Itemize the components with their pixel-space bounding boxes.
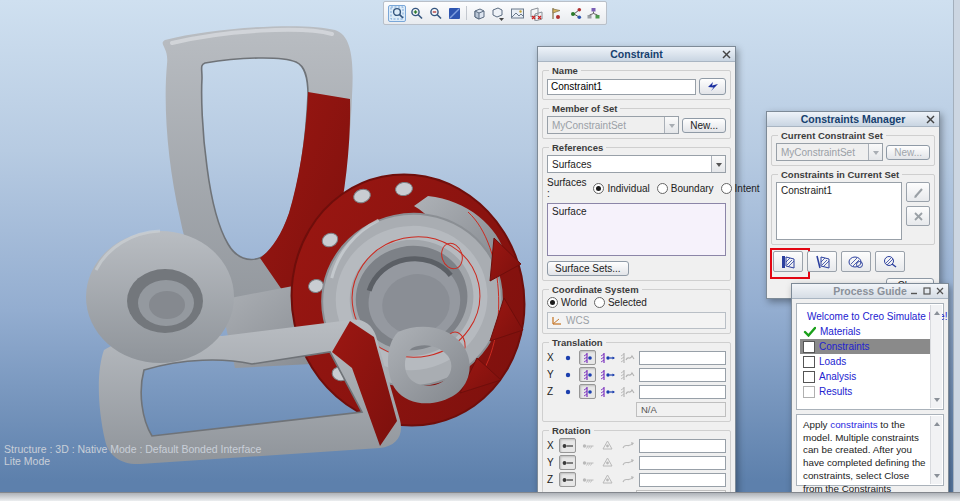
boundary-radio[interactable]: [657, 183, 668, 194]
step-label[interactable]: Materials: [820, 326, 861, 337]
translation-x-fixed-icon[interactable]: [579, 350, 596, 365]
step-label[interactable]: Results: [819, 386, 852, 397]
zoom-in-icon[interactable]: [407, 5, 425, 22]
process-steps-list[interactable]: Welcome to Creo Simulate Lite! Materials…: [796, 303, 944, 410]
rotation-y-fixed-icon[interactable]: [579, 455, 596, 470]
rotation-z-value-input[interactable]: [639, 473, 726, 487]
scrollbar[interactable]: [930, 416, 942, 484]
close-icon[interactable]: [924, 113, 937, 125]
rotation-y-value-input[interactable]: [639, 456, 726, 470]
close-icon[interactable]: [934, 285, 946, 296]
rotation-z-function-icon[interactable]: [619, 472, 636, 487]
translation-y-fixed-icon[interactable]: [579, 367, 596, 382]
translation-z-function-icon[interactable]: [619, 384, 636, 399]
rotation-x-free-icon[interactable]: [559, 438, 576, 453]
step-analysis[interactable]: Analysis: [803, 369, 929, 384]
translation-y-function-icon[interactable]: [619, 367, 636, 382]
rotation-x-function-icon[interactable]: [619, 438, 636, 453]
boundary-label[interactable]: Boundary: [671, 183, 714, 194]
rotation-z-fixed-icon[interactable]: [579, 472, 596, 487]
simulation-display-icon[interactable]: [584, 5, 602, 22]
new-set-button[interactable]: New...: [682, 118, 726, 133]
translation-x-function-icon[interactable]: [619, 350, 636, 365]
intent-label[interactable]: Intent: [735, 183, 760, 194]
constraint-set-combobox[interactable]: MyConstraintSet: [547, 116, 679, 134]
delete-constraint-icon[interactable]: [906, 206, 930, 226]
translation-z-prescribed-icon[interactable]: [599, 384, 616, 399]
shaded-view-icon[interactable]: [470, 5, 488, 22]
step-materials[interactable]: Materials: [803, 324, 929, 339]
translation-z-fixed-icon[interactable]: [579, 384, 596, 399]
rotation-x-prescribed-icon[interactable]: [599, 438, 616, 453]
spin-center-icon[interactable]: [565, 5, 583, 22]
translation-y-value-input[interactable]: [639, 368, 726, 382]
chevron-down-icon[interactable]: [664, 117, 678, 133]
selected-label[interactable]: Selected: [608, 297, 647, 308]
display-style-icon[interactable]: [489, 5, 507, 22]
checkbox-icon[interactable]: [803, 356, 815, 368]
current-set-combobox[interactable]: MyConstraintSet: [776, 143, 883, 161]
repaint-icon[interactable]: [445, 5, 463, 22]
distributed-name-icon[interactable]: [699, 78, 726, 95]
annotation-display-icon[interactable]: [546, 5, 564, 22]
translation-x-prescribed-icon[interactable]: [599, 350, 616, 365]
translation-x-free-icon[interactable]: [559, 350, 576, 365]
checkbox-icon[interactable]: [803, 371, 815, 383]
rotation-y-prescribed-icon[interactable]: [599, 455, 616, 470]
surface-list-item[interactable]: Surface: [552, 206, 586, 217]
translation-x-value-input[interactable]: [639, 351, 726, 365]
wcs-field[interactable]: WCS: [547, 312, 726, 329]
minimize-icon[interactable]: [908, 285, 920, 296]
constraint-list-item[interactable]: Constraint1: [781, 185, 832, 196]
selected-radio[interactable]: [594, 297, 605, 308]
edge-constraint-icon[interactable]: [807, 251, 837, 272]
rotation-z-free-icon[interactable]: [559, 472, 576, 487]
individual-label[interactable]: Individual: [607, 183, 649, 194]
rotation-y-free-icon[interactable]: [559, 455, 576, 470]
surface-constraint-icon[interactable]: [773, 251, 803, 272]
close-icon[interactable]: [720, 48, 733, 60]
constraint-dialog-titlebar[interactable]: Constraint: [538, 47, 735, 62]
rotation-y-function-icon[interactable]: [619, 455, 636, 470]
rotation-z-prescribed-icon[interactable]: [599, 472, 616, 487]
step-label[interactable]: Analysis: [819, 371, 856, 382]
new-set-button[interactable]: New...: [886, 145, 930, 160]
references-combobox[interactable]: Surfaces: [547, 155, 726, 173]
zoom-out-icon[interactable]: [426, 5, 444, 22]
translation-z-free-icon[interactable]: [559, 384, 576, 399]
translation-y-free-icon[interactable]: [559, 367, 576, 382]
process-guide-titlebar[interactable]: Process Guide: [792, 284, 948, 299]
world-radio[interactable]: [547, 297, 558, 308]
chevron-down-icon[interactable]: [868, 144, 882, 160]
step-loads[interactable]: Loads: [803, 354, 929, 369]
step-results[interactable]: Results: [803, 384, 929, 399]
scrollbar[interactable]: [930, 305, 942, 408]
constraints-link[interactable]: constraints: [830, 419, 877, 430]
step-label[interactable]: Constraints: [819, 341, 870, 352]
ball-constraint-icon[interactable]: [875, 251, 905, 272]
translation-y-prescribed-icon[interactable]: [599, 367, 616, 382]
surface-sets-button[interactable]: Surface Sets...: [547, 261, 629, 276]
maximize-icon[interactable]: [921, 285, 933, 296]
chevron-down-icon[interactable]: [711, 156, 725, 172]
individual-radio[interactable]: [593, 183, 604, 194]
surface-reference-list[interactable]: Surface: [547, 203, 726, 256]
world-label[interactable]: World: [561, 297, 587, 308]
step-label[interactable]: Welcome to Creo Simulate Lite!: [807, 311, 947, 322]
rotation-x-fixed-icon[interactable]: [579, 438, 596, 453]
rotation-x-value-input[interactable]: [639, 439, 726, 453]
translation-z-value-input[interactable]: [639, 385, 726, 399]
constraint-name-input[interactable]: [547, 79, 696, 95]
datum-display-icon[interactable]: [527, 5, 545, 22]
intent-radio[interactable]: [721, 183, 732, 194]
constraints-list[interactable]: Constraint1: [776, 182, 902, 240]
edit-constraint-icon[interactable]: [906, 182, 930, 202]
step-label[interactable]: Loads: [819, 356, 846, 367]
zoom-region-icon[interactable]: [388, 5, 406, 22]
step-constraints[interactable]: Constraints: [800, 339, 932, 354]
checkbox-icon[interactable]: [803, 341, 815, 353]
constraints-manager-titlebar[interactable]: Constraints Manager: [767, 112, 939, 127]
saved-views-icon[interactable]: [508, 5, 526, 22]
pin-constraint-icon[interactable]: [841, 251, 871, 272]
step-welcome[interactable]: Welcome to Creo Simulate Lite!: [803, 309, 929, 324]
